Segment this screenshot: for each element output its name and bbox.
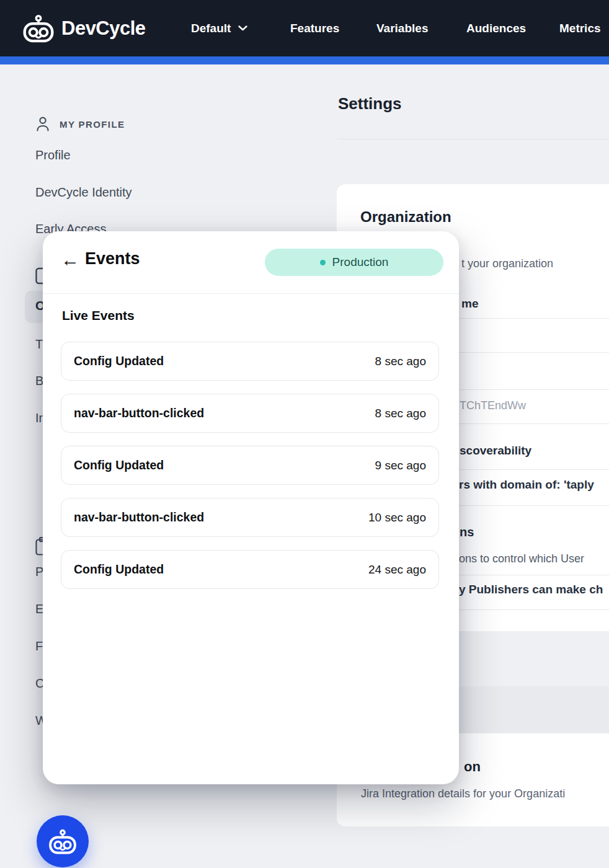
project-selector[interactable]: Default <box>191 0 247 56</box>
brand-logo[interactable]: DevCycle <box>21 0 146 56</box>
event-row[interactable]: Config Updated 9 sec ago <box>61 446 439 485</box>
jira-heading-fragment: on <box>464 759 481 775</box>
page-title: Settings <box>338 94 402 113</box>
accent-bar <box>0 56 609 64</box>
event-time: 9 sec ago <box>375 459 426 472</box>
devcycle-robot-icon <box>21 14 56 43</box>
event-row[interactable]: Config Updated 24 sec ago <box>61 550 439 589</box>
header-divider <box>337 139 609 140</box>
person-icon <box>35 116 50 133</box>
organization-card-heading: Organization <box>360 208 451 226</box>
sidebar-section-my-profile: MY PROFILE <box>35 116 125 133</box>
row-divider <box>459 469 609 470</box>
events-modal-title: Events <box>85 249 140 268</box>
event-row[interactable]: nav-bar-button-clicked 10 sec ago <box>61 498 439 537</box>
row-divider <box>459 318 609 319</box>
environment-badge-label: Production <box>332 255 389 269</box>
row-divider <box>459 505 609 506</box>
sidebar-section-label: MY PROFILE <box>60 119 125 130</box>
top-nav: DevCycle Default Features Variables Audi… <box>0 0 609 56</box>
event-time: 8 sec ago <box>375 407 426 420</box>
permissions-desc-fragment: ons to control which User <box>459 552 584 565</box>
sidebar-item-f-partial[interactable]: F <box>35 639 43 653</box>
domain-fragment: rs with domain of: 'taply <box>459 478 594 492</box>
event-list: Config Updated 8 sec ago nav-bar-button-… <box>61 342 439 602</box>
chevron-down-icon <box>238 25 247 31</box>
robot-icon <box>47 829 78 854</box>
event-name: Config Updated <box>74 458 164 472</box>
event-name: nav-bar-button-clicked <box>74 510 204 525</box>
row-divider <box>459 352 609 353</box>
project-selector-label: Default <box>191 22 231 35</box>
environment-dot-icon <box>320 260 326 265</box>
nav-item-variables[interactable]: Variables <box>376 0 428 56</box>
environment-badge[interactable]: Production <box>265 249 443 276</box>
discoverability-fragment: scoverability <box>460 444 531 458</box>
nav-item-features[interactable]: Features <box>290 0 339 56</box>
row-divider <box>459 423 609 424</box>
event-name: Config Updated <box>74 354 164 368</box>
nav-item-metrics[interactable]: Metrics <box>559 0 601 56</box>
brand-name: DevCycle <box>61 17 146 40</box>
row-divider <box>459 389 609 390</box>
org-id-fragment: TChTEndWw <box>460 399 526 412</box>
event-time: 10 sec ago <box>368 511 426 525</box>
arrow-left-icon: ← <box>61 249 79 270</box>
jira-desc-fragment: Jira Integration details for your Organi… <box>361 787 565 800</box>
app-screen: DevCycle Default Features Variables Audi… <box>0 0 609 868</box>
live-events-heading: Live Events <box>62 308 135 323</box>
permissions-heading-fragment: ns <box>460 525 474 539</box>
nav-item-audiences[interactable]: Audiences <box>466 0 526 56</box>
event-row[interactable]: nav-bar-button-clicked 8 sec ago <box>61 394 439 433</box>
sidebar-item-devcycle-identity[interactable]: DevCycle Identity <box>35 185 132 200</box>
devcycle-assistant-button[interactable] <box>37 815 89 867</box>
sidebar-item-team-partial[interactable]: T <box>35 337 43 352</box>
org-about-fragment: t your organization <box>461 257 553 270</box>
row-divider <box>459 575 609 575</box>
back-button[interactable]: ← <box>58 246 82 273</box>
event-name: nav-bar-button-clicked <box>74 406 204 420</box>
event-time: 8 sec ago <box>375 355 426 368</box>
org-name-label-fragment: me <box>461 297 478 311</box>
events-modal-header: ← Events Production <box>43 231 459 294</box>
row-divider <box>459 609 609 610</box>
event-name: Config Updated <box>74 562 164 577</box>
events-modal: ← Events Production Live Events Config U… <box>43 231 459 784</box>
sidebar-item-profile[interactable]: Profile <box>35 148 71 162</box>
event-row[interactable]: Config Updated 8 sec ago <box>61 342 439 381</box>
publishers-fragment: y Publishers can make ch <box>459 583 603 596</box>
event-time: 24 sec ago <box>368 563 426 577</box>
